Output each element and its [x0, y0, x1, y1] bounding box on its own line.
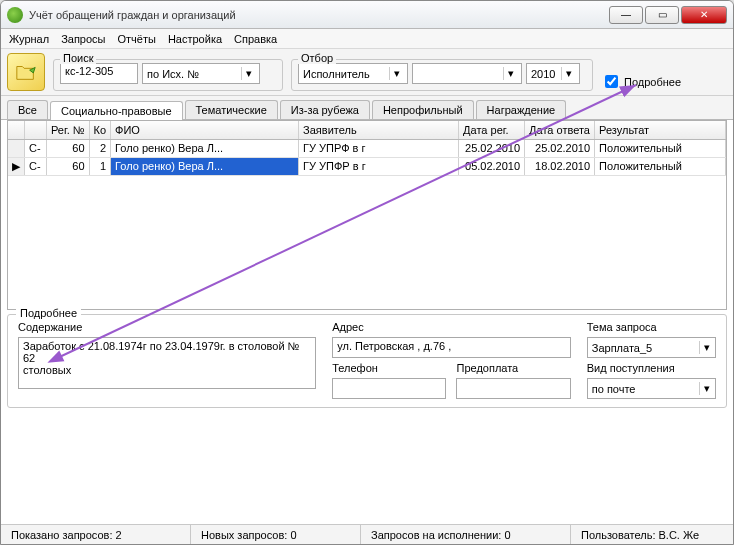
menu-journal[interactable]: Журнал — [9, 33, 49, 45]
window-title: Учёт обращений граждан и организаций — [29, 9, 609, 21]
search-input[interactable]: кс-12-305 — [60, 63, 138, 84]
status-shown: Показано запросов: 2 — [1, 525, 191, 544]
chevron-down-icon: ▾ — [561, 67, 575, 80]
statusbar: Показано запросов: 2 Новых запросов: 0 З… — [1, 524, 733, 544]
filter-extra-combo[interactable]: ▾ — [412, 63, 522, 84]
tab-social[interactable]: Социально-правовые — [50, 101, 183, 120]
phone-field[interactable] — [332, 378, 446, 399]
folder-open-icon — [15, 61, 37, 83]
year-combo[interactable]: 2010 ▾ — [526, 63, 580, 84]
chevron-down-icon: ▾ — [503, 67, 517, 80]
year-value: 2010 — [531, 68, 555, 80]
tab-abroad[interactable]: Из-за рубежа — [280, 100, 370, 119]
app-icon — [7, 7, 23, 23]
details-checkbox-label: Подробнее — [624, 76, 681, 88]
col-dreg[interactable]: Дата рег. — [459, 121, 525, 139]
chevron-down-icon: ▾ — [699, 341, 715, 354]
titlebar: Учёт обращений граждан и организаций — ▭… — [1, 1, 733, 29]
col-dans[interactable]: Дата ответа — [525, 121, 595, 139]
close-button[interactable]: ✕ — [681, 6, 727, 24]
tab-nonprofile[interactable]: Непрофильный — [372, 100, 474, 119]
subject-value: Зарплата_5 — [588, 342, 699, 354]
chevron-down-icon: ▾ — [241, 67, 255, 80]
maximize-button[interactable]: ▭ — [645, 6, 679, 24]
tab-award[interactable]: Награждение — [476, 100, 567, 119]
menu-settings[interactable]: Настройка — [168, 33, 222, 45]
col-cat[interactable] — [25, 121, 47, 139]
filter-group: Отбор Исполнитель ▾ ▾ 2010 ▾ — [291, 59, 593, 91]
content-label: Содержание — [18, 321, 316, 333]
col-selector — [8, 121, 25, 139]
open-folder-button[interactable] — [7, 53, 45, 91]
prepay-label: Предоплата — [456, 362, 570, 374]
prepay-field[interactable] — [456, 378, 570, 399]
subject-label: Тема запроса — [587, 321, 716, 333]
tabbar: Все Социально-правовые Тематические Из-з… — [1, 96, 733, 120]
col-reg[interactable]: Рег. № — [47, 121, 90, 139]
details-checkbox[interactable]: Подробнее — [601, 72, 681, 91]
search-mode-value: по Исх. № — [147, 68, 199, 80]
channel-value: по почте — [588, 383, 699, 395]
search-legend: Поиск — [60, 52, 96, 64]
executor-combo[interactable]: Исполнитель ▾ — [298, 63, 408, 84]
channel-label: Вид поступления — [587, 362, 716, 374]
search-mode-combo[interactable]: по Исх. № ▾ — [142, 63, 260, 84]
subject-combo[interactable]: Зарплата_5 ▾ — [587, 337, 716, 358]
address-field[interactable]: ул. Петровская , д.76 , — [332, 337, 571, 358]
toolbar: Поиск кс-12-305 по Исх. № ▾ Отбор Исполн… — [1, 49, 733, 96]
minimize-button[interactable]: — — [609, 6, 643, 24]
menubar: Журнал Запросы Отчёты Настройка Справка — [1, 29, 733, 49]
col-fio[interactable]: ФИО — [111, 121, 299, 139]
content-field[interactable]: Заработок с 21.08.1974г по 23.04.1979г. … — [18, 337, 316, 389]
table-row[interactable]: ▶ С- 60 1 Голо ренко) Вера Л... ГУ УПФР … — [8, 157, 726, 175]
col-app[interactable]: Заявитель — [299, 121, 459, 139]
filter-legend: Отбор — [298, 52, 336, 64]
details-legend: Подробнее — [16, 307, 81, 319]
col-ko[interactable]: Ко — [89, 121, 111, 139]
status-user: Пользователь: В.С. Же — [571, 525, 733, 544]
address-label: Адрес — [332, 321, 571, 333]
tab-all[interactable]: Все — [7, 100, 48, 119]
status-new: Новых запросов: 0 — [191, 525, 361, 544]
data-grid[interactable]: Рег. № Ко ФИО Заявитель Дата рег. Дата о… — [7, 120, 727, 310]
channel-combo[interactable]: по почте ▾ — [587, 378, 716, 399]
menu-help[interactable]: Справка — [234, 33, 277, 45]
search-group: Поиск кс-12-305 по Исх. № ▾ — [53, 59, 283, 91]
menu-queries[interactable]: Запросы — [61, 33, 105, 45]
selected-cell: Голо ренко) Вера Л... — [111, 157, 299, 175]
tab-thematic[interactable]: Тематические — [185, 100, 278, 119]
chevron-down-icon: ▾ — [389, 67, 403, 80]
menu-reports[interactable]: Отчёты — [118, 33, 156, 45]
executor-value: Исполнитель — [303, 68, 370, 80]
details-panel: Подробнее Содержание Заработок с 21.08.1… — [7, 314, 727, 408]
status-exec: Запросов на исполнении: 0 — [361, 525, 571, 544]
table-row[interactable]: С- 60 2 Голо ренко) Вера Л... ГУ УПРФ в … — [8, 139, 726, 157]
col-result[interactable]: Результат — [595, 121, 726, 139]
details-checkbox-input[interactable] — [605, 75, 618, 88]
chevron-down-icon: ▾ — [699, 382, 715, 395]
phone-label: Телефон — [332, 362, 446, 374]
